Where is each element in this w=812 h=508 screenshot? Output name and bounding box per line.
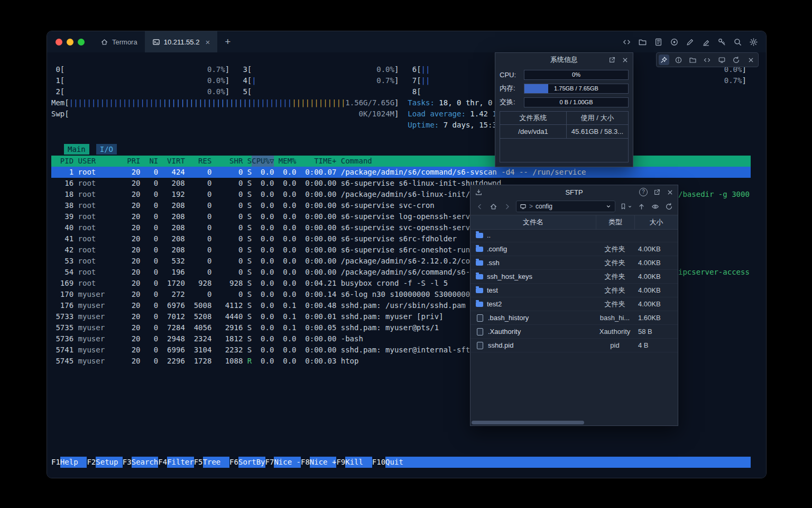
memory-metric: 内存: 1.75GB / 7.65GB: [500, 84, 629, 93]
fkey-nice-[interactable]: F7Nice -: [265, 457, 301, 468]
column-header-s[interactable]: S: [243, 156, 252, 167]
command-tail: ipcserver-access: [678, 267, 750, 278]
new-tab-button[interactable]: +: [217, 36, 238, 48]
close-icon[interactable]: [745, 55, 756, 65]
forward-icon[interactable]: [502, 202, 512, 211]
minimize-window-button[interactable]: [67, 39, 73, 46]
refresh-icon[interactable]: [731, 55, 742, 65]
htop-info-line: Uptime: 7 days, 15:3: [408, 120, 497, 131]
folder-icon: [476, 302, 483, 307]
fkey-kill[interactable]: F9Kill: [336, 457, 372, 468]
process-row[interactable]: 1root20042400S0.00.00:00.07/package/admi…: [51, 167, 751, 178]
edit-icon[interactable]: [685, 37, 695, 47]
search-icon[interactable]: [732, 37, 743, 47]
download-icon[interactable]: [475, 185, 483, 199]
htop-tab-io[interactable]: I/O: [96, 144, 117, 155]
filesystem-table-header: 文件系统 使用 / 大小: [500, 112, 628, 125]
zoom-window-button[interactable]: [78, 39, 85, 46]
column-header-virt[interactable]: VIRT: [158, 156, 185, 167]
refresh-icon[interactable]: [664, 202, 673, 211]
close-icon[interactable]: [622, 57, 629, 64]
column-header-mem[interactable]: MEM%: [274, 156, 296, 167]
cpu-meter-1: 1[0.0%]: [51, 75, 229, 86]
open-in-window-icon[interactable]: [608, 56, 616, 64]
parent-directory-icon[interactable]: [636, 202, 646, 211]
file-row[interactable]: .XauthorityXauthority58 B: [470, 325, 678, 339]
cpu-meter-3: 3[0.0%]: [238, 64, 399, 75]
back-icon[interactable]: [475, 202, 484, 211]
bookmark-icon: [620, 203, 627, 210]
home-icon[interactable]: [488, 202, 498, 211]
chevron-down-icon[interactable]: [605, 203, 612, 210]
path-separator: >: [529, 203, 533, 210]
column-header-res[interactable]: RES: [185, 156, 212, 167]
system-info-panel: 系统信息 CPU: 0% 内存: 1.75GB / 7.65GB 交换: 0 B…: [495, 52, 633, 167]
computer-icon: [520, 203, 527, 210]
fkey-search[interactable]: F3Search: [123, 457, 158, 468]
folder-icon[interactable]: [637, 37, 648, 47]
folder-icon: [476, 233, 483, 238]
column-header-ni[interactable]: NI: [141, 156, 159, 167]
fkey-sortby[interactable]: F6SortBy: [229, 457, 265, 468]
fkey-setup[interactable]: F2Setup: [87, 457, 122, 468]
close-window-button[interactable]: [56, 39, 62, 46]
folder-icon[interactable]: [688, 55, 698, 65]
htop-tab-main[interactable]: Main: [64, 144, 89, 155]
fkey-tree[interactable]: F5Tree: [194, 457, 229, 468]
open-in-window-icon[interactable]: [653, 188, 661, 196]
fkey-filter[interactable]: F4Filter: [158, 457, 193, 468]
file-row[interactable]: ..: [470, 229, 678, 242]
column-header-shr[interactable]: SHR: [211, 156, 243, 167]
column-header-cpu[interactable]: CPU%▽: [252, 156, 274, 167]
fkey-quit[interactable]: F10Quit: [372, 457, 412, 468]
htop-tab-bar: MainI/O: [64, 144, 117, 155]
scrollbar-thumb[interactable]: [472, 421, 584, 424]
monitor-icon[interactable]: [716, 55, 727, 65]
bookmarks-button[interactable]: [620, 203, 632, 210]
home-icon: [100, 38, 108, 46]
side-toolbar: [656, 52, 759, 67]
filename-column-header[interactable]: 文件名: [470, 215, 596, 229]
file-row[interactable]: sshd.pidpid4 B: [470, 339, 678, 352]
code-icon[interactable]: [621, 37, 632, 47]
help-icon[interactable]: ?: [639, 188, 648, 196]
type-column-header[interactable]: 类型: [596, 215, 635, 229]
info-icon[interactable]: [673, 55, 684, 65]
size-column-header[interactable]: 大小: [635, 215, 678, 229]
file-row[interactable]: ssh_host_keys文件夹4.00KB: [470, 270, 678, 284]
notebook-icon[interactable]: [653, 37, 663, 47]
cpu-meter-0: 0[0.7%]: [51, 64, 229, 75]
column-header-user[interactable]: USER: [78, 156, 123, 167]
file-row[interactable]: .bash_historybash_hi...1.60KB: [470, 311, 678, 325]
fkey-nice-[interactable]: F8Nice +: [301, 457, 336, 468]
path-breadcrumb[interactable]: > config: [516, 201, 615, 212]
settings-icon[interactable]: [748, 37, 759, 47]
sftp-panel: SFTP ? > config: [470, 185, 678, 426]
horizontal-scrollbar[interactable]: [472, 421, 677, 424]
path-segment[interactable]: config: [536, 203, 552, 210]
tab-home[interactable]: Termora: [93, 31, 145, 52]
close-tab-icon[interactable]: ×: [205, 38, 210, 47]
record-icon[interactable]: [669, 37, 679, 47]
fs-device: /dev/vda1: [500, 125, 567, 138]
key-icon[interactable]: [716, 37, 727, 47]
file-row[interactable]: test文件夹4.00KB: [470, 284, 678, 297]
pin-icon[interactable]: [659, 55, 669, 65]
show-hidden-eye-icon[interactable]: [650, 202, 660, 211]
column-header-pid[interactable]: PID: [51, 156, 73, 167]
column-header-pri[interactable]: PRI: [123, 156, 141, 167]
swap-metric-label: 交换:: [500, 97, 521, 107]
fs-usage: 45.61GB / 58.3...: [567, 125, 628, 138]
close-icon[interactable]: [667, 189, 673, 196]
file-row[interactable]: .ssh文件夹4.00KB: [470, 256, 678, 270]
memory-metric-label: 内存:: [500, 84, 521, 93]
fkey-help[interactable]: F1Help: [51, 457, 87, 468]
file-row[interactable]: .config文件夹4.00KB: [470, 242, 678, 256]
system-info-title: 系统信息: [495, 53, 633, 67]
code-icon[interactable]: [702, 55, 713, 65]
marker-icon[interactable]: [700, 37, 711, 47]
session-tab-label: 10.211.55.2: [164, 38, 200, 46]
file-row[interactable]: test2文件夹4.00KB: [470, 297, 678, 311]
column-header-time[interactable]: TIME+: [297, 156, 337, 167]
tab-session[interactable]: 10.211.55.2 ×: [145, 31, 217, 52]
